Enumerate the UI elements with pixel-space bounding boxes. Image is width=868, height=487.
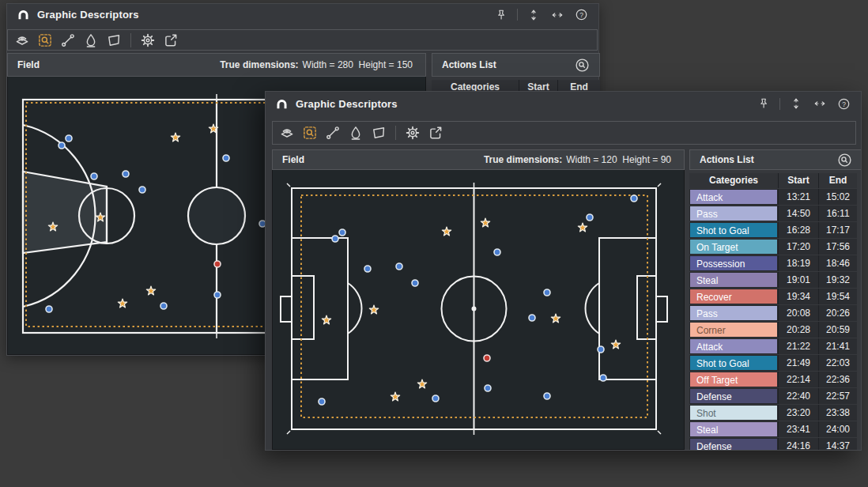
table-row[interactable]: Possession18:1918:46 [689,255,857,271]
start-cell[interactable]: 17:20 [779,239,818,255]
category-cell[interactable]: Attack [689,338,778,354]
star-marker[interactable] [442,227,451,236]
actions-zoom-icon[interactable] [837,153,852,168]
dot-marker[interactable] [544,289,550,296]
start-cell[interactable]: 13:21 [779,189,818,205]
titlebar[interactable]: Graphic Descriptors ? [7,4,598,25]
dot-marker[interactable] [58,142,65,149]
end-cell[interactable]: 19:54 [819,289,857,304]
dot-marker[interactable] [339,229,345,236]
dot-marker[interactable] [485,385,491,391]
table-row[interactable]: Steal23:4124:00 [689,421,857,437]
table-row[interactable]: On Target17:2017:56 [689,239,857,255]
end-cell[interactable]: 16:11 [819,206,857,221]
category-cell[interactable]: Steal [689,421,778,437]
start-cell[interactable]: 21:49 [779,355,818,371]
polygon-tool-icon[interactable] [104,31,123,50]
end-cell[interactable]: 20:59 [819,322,857,338]
column-end[interactable]: End [819,173,857,188]
dot-marker[interactable] [631,195,637,202]
resize-horizontal-icon[interactable] [812,96,828,111]
end-cell[interactable]: 17:56 [819,239,857,255]
star-marker[interactable] [171,133,179,142]
category-cell[interactable]: Defense [689,388,778,404]
start-cell[interactable]: 20:08 [779,305,818,321]
red-marker[interactable] [484,355,490,361]
dot-marker[interactable] [66,135,72,142]
end-cell[interactable]: 19:32 [819,272,857,288]
end-cell[interactable]: 20:26 [819,305,857,321]
table-row[interactable]: Shot to Goal21:4922:03 [689,355,857,371]
category-cell[interactable]: Corner [689,322,778,338]
end-cell[interactable]: 18:46 [819,255,857,271]
dot-marker[interactable] [587,214,593,221]
star-marker[interactable] [118,299,126,308]
end-cell[interactable]: 21:41 [819,338,857,354]
table-row[interactable]: Attack21:2221:41 [689,338,857,354]
start-cell[interactable]: 22:14 [779,372,818,387]
pin-icon[interactable] [756,96,772,111]
category-cell[interactable]: Defense [689,438,778,451]
settings-gear-icon[interactable] [138,31,157,50]
visibility-tool-icon[interactable] [277,123,296,142]
end-cell[interactable]: 23:38 [819,405,857,421]
dot-marker[interactable] [160,303,167,309]
end-cell[interactable]: 22:57 [819,388,857,404]
start-cell[interactable]: 16:28 [779,222,818,238]
table-row[interactable]: Defense24:1614:37 [689,438,857,451]
zoom-select-tool-icon[interactable] [36,31,55,50]
dot-marker[interactable] [364,266,371,272]
start-cell[interactable]: 14:50 [779,206,818,221]
end-cell[interactable]: 24:00 [819,421,857,437]
start-cell[interactable]: 24:16 [779,438,818,451]
table-row[interactable]: Recover19:3419:54 [689,289,857,304]
table-row[interactable]: Off Target22:1422:36 [689,372,857,387]
help-icon[interactable]: ? [573,7,589,23]
soccer-field-canvas[interactable] [272,170,685,450]
star-marker[interactable] [481,218,489,227]
category-cell[interactable]: Off Target [689,372,778,387]
line-tool-icon[interactable] [323,123,342,142]
dot-marker[interactable] [600,375,606,381]
start-cell[interactable]: 18:19 [779,255,818,271]
category-cell[interactable]: Attack [689,189,778,205]
table-row[interactable]: Corner20:2820:59 [689,322,857,338]
polygon-tool-icon[interactable] [369,123,388,142]
end-cell[interactable]: 17:17 [819,222,857,238]
pin-icon[interactable] [493,7,509,23]
table-row[interactable]: Defense22:4022:57 [689,388,857,404]
red-marker[interactable] [214,261,221,267]
start-cell[interactable]: 22:40 [779,388,818,404]
start-cell[interactable]: 19:34 [779,289,818,304]
start-cell[interactable]: 21:22 [779,338,818,354]
droplet-tool-icon[interactable] [81,31,100,50]
star-marker[interactable] [322,315,330,324]
zoom-select-tool-icon[interactable] [300,123,319,142]
end-cell[interactable]: 22:03 [819,355,857,371]
category-cell[interactable]: Shot to Goal [689,222,778,238]
settings-gear-icon[interactable] [403,123,422,142]
column-categories[interactable]: Categories [689,173,778,188]
category-cell[interactable]: Possession [689,255,778,271]
dot-marker[interactable] [214,292,221,298]
dot-marker[interactable] [544,393,550,399]
category-cell[interactable]: Shot to Goal [689,355,778,371]
column-start[interactable]: Start [779,173,818,188]
dot-marker[interactable] [91,173,97,179]
star-marker[interactable] [611,340,620,349]
dot-marker[interactable] [598,346,604,353]
dot-marker[interactable] [123,171,129,177]
category-cell[interactable]: Shot [689,405,778,421]
table-row[interactable]: Shot to Goal16:2817:17 [689,222,857,238]
star-marker[interactable] [417,379,426,388]
category-cell[interactable]: Recover [689,289,778,304]
star-marker[interactable] [146,286,155,295]
table-row[interactable]: Pass14:5016:11 [689,206,857,221]
visibility-tool-icon[interactable] [13,31,32,50]
start-cell[interactable]: 19:01 [779,272,818,288]
dot-marker[interactable] [412,280,418,286]
window-front[interactable]: Graphic Descriptors ? [265,91,862,451]
dot-marker[interactable] [46,306,52,312]
end-cell[interactable]: 15:02 [819,189,857,205]
dot-marker[interactable] [223,155,229,161]
